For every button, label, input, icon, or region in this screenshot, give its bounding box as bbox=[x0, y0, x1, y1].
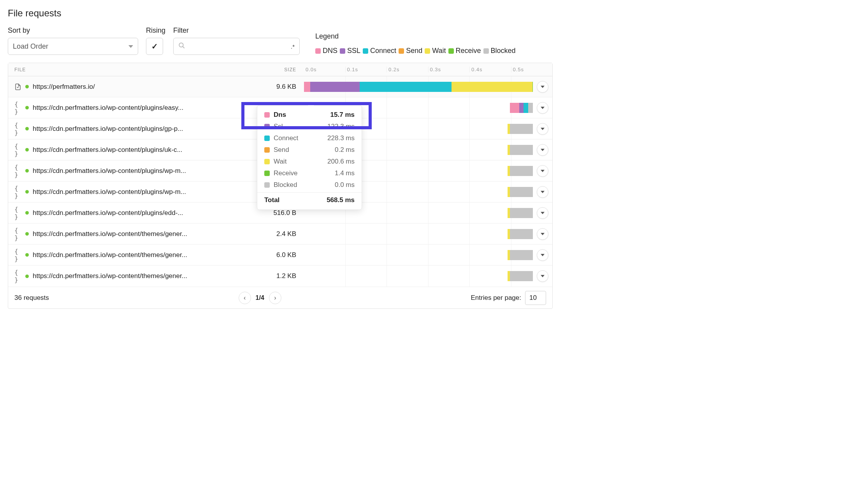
sort-by-value: Load Order bbox=[13, 42, 48, 51]
chevron-down-icon bbox=[541, 191, 545, 193]
legend-swatch bbox=[425, 48, 430, 54]
chevron-down-icon bbox=[541, 86, 545, 88]
column-size[interactable]: SIZE bbox=[211, 67, 304, 72]
status-dot bbox=[25, 232, 29, 236]
table-row[interactable]: { }https://cdn.perfmatters.io/wp-content… bbox=[8, 245, 552, 266]
rising-toggle[interactable]: ✓ bbox=[146, 38, 163, 55]
tooltip-row: Receive1.4 ms bbox=[257, 167, 362, 179]
status-dot bbox=[25, 253, 29, 257]
tooltip-value: 0.2 ms bbox=[335, 146, 355, 154]
waterfall-bar[interactable] bbox=[304, 229, 533, 239]
filter-label: Filter bbox=[173, 26, 300, 35]
chevron-right-icon: › bbox=[274, 294, 276, 301]
table-row[interactable]: https://perfmatters.io/9.6 KB bbox=[8, 76, 552, 97]
waterfall-segment bbox=[510, 103, 519, 113]
expand-row-button[interactable] bbox=[537, 144, 548, 156]
file-url: https://cdn.perfmatters.io/wp-content/pl… bbox=[33, 188, 186, 196]
expand-row-button[interactable] bbox=[537, 81, 548, 93]
svg-line-1 bbox=[183, 46, 184, 48]
tooltip-label: Send bbox=[274, 146, 289, 154]
document-icon bbox=[14, 83, 21, 90]
file-url: https://cdn.perfmatters.io/wp-content/th… bbox=[33, 251, 187, 259]
tooltip-label: Connect bbox=[274, 134, 298, 142]
status-dot bbox=[25, 148, 29, 151]
tooltip-row: Blocked0.0 ms bbox=[257, 179, 362, 191]
tooltip-total-value: 568.5 ms bbox=[327, 196, 355, 204]
tooltip-label: Dns bbox=[274, 111, 286, 119]
legend-swatch bbox=[340, 48, 345, 54]
timeline-tick: 0.5s bbox=[511, 67, 553, 72]
tooltip-value: 0.0 ms bbox=[335, 181, 355, 189]
requests-count: 36 requests bbox=[14, 294, 49, 302]
filter-regex-hint: .* bbox=[291, 43, 295, 50]
chevron-left-icon: ‹ bbox=[244, 294, 246, 301]
tooltip-swatch bbox=[264, 159, 270, 164]
column-file[interactable]: FILE bbox=[8, 67, 211, 72]
file-url: https://perfmatters.io/ bbox=[33, 83, 95, 91]
chevron-down-icon bbox=[541, 233, 545, 235]
status-dot bbox=[25, 275, 29, 278]
tooltip-swatch bbox=[264, 136, 270, 141]
rising-label: Rising bbox=[146, 26, 165, 35]
status-dot bbox=[25, 190, 29, 194]
waterfall-segment bbox=[524, 103, 528, 113]
waterfall-segment bbox=[510, 187, 533, 197]
table-row[interactable]: { }https://cdn.perfmatters.io/wp-content… bbox=[8, 266, 552, 287]
table-row[interactable]: { }https://cdn.perfmatters.io/wp-content… bbox=[8, 224, 552, 245]
tooltip-row: Dns15.7 ms bbox=[257, 106, 362, 121]
expand-row-button[interactable] bbox=[537, 249, 548, 261]
file-url: https://cdn.perfmatters.io/wp-content/th… bbox=[33, 230, 187, 238]
waterfall-bar[interactable] bbox=[304, 82, 533, 92]
svg-point-0 bbox=[179, 43, 183, 47]
check-icon: ✓ bbox=[151, 42, 158, 51]
waterfall-segment bbox=[510, 229, 533, 239]
waterfall-segment bbox=[310, 82, 360, 92]
expand-row-button[interactable] bbox=[537, 102, 548, 114]
search-icon bbox=[178, 42, 185, 51]
status-dot bbox=[25, 211, 29, 215]
braces-icon: { } bbox=[14, 252, 21, 259]
file-url: https://cdn.perfmatters.io/wp-content/pl… bbox=[33, 167, 186, 175]
file-url: https://cdn.perfmatters.io/wp-content/pl… bbox=[33, 104, 183, 112]
tooltip-value: 228.3 ms bbox=[327, 134, 355, 142]
legend-item-connect: Connect bbox=[363, 47, 396, 55]
sort-by-select[interactable]: Load Order bbox=[8, 38, 138, 55]
entries-per-page-input[interactable]: 10 bbox=[525, 291, 546, 305]
expand-row-button[interactable] bbox=[537, 207, 548, 219]
chevron-down-icon bbox=[541, 254, 545, 256]
legend-swatch bbox=[483, 48, 489, 54]
waterfall-bar[interactable] bbox=[304, 271, 533, 281]
tooltip-swatch bbox=[264, 124, 270, 129]
tooltip-label: Wait bbox=[274, 158, 286, 166]
file-size: 1.2 KB bbox=[211, 272, 304, 280]
entries-per-page-label: Entries per page: bbox=[471, 294, 521, 302]
legend-item-send: Send bbox=[399, 47, 422, 55]
file-url: https://cdn.perfmatters.io/wp-content/pl… bbox=[33, 146, 183, 154]
braces-icon: { } bbox=[14, 210, 21, 217]
expand-row-button[interactable] bbox=[537, 228, 548, 240]
expand-row-button[interactable] bbox=[537, 165, 548, 177]
legend-label-text: Connect bbox=[370, 47, 396, 55]
status-dot bbox=[25, 169, 29, 173]
timeline-tick: 0.4s bbox=[469, 67, 511, 72]
waterfall-segment bbox=[304, 82, 310, 92]
next-page-button[interactable]: › bbox=[269, 292, 281, 304]
filter-input[interactable]: .* bbox=[173, 38, 300, 55]
expand-row-button[interactable] bbox=[537, 186, 548, 198]
legend-label-text: SSL bbox=[347, 47, 360, 55]
timeline-tick: 0.0s bbox=[304, 67, 345, 72]
waterfall-bar[interactable] bbox=[304, 250, 533, 260]
tooltip-value: 122.3 ms bbox=[327, 123, 355, 130]
braces-icon: { } bbox=[14, 188, 21, 195]
chevron-down-icon bbox=[541, 275, 545, 277]
legend-label-text: Receive bbox=[456, 47, 481, 55]
prev-page-button[interactable]: ‹ bbox=[239, 292, 251, 304]
expand-row-button[interactable] bbox=[537, 270, 548, 282]
tooltip-row: Connect228.3 ms bbox=[257, 132, 362, 144]
sort-by-label: Sort by bbox=[8, 26, 138, 35]
waterfall-segment bbox=[510, 271, 533, 281]
waterfall-segment bbox=[452, 82, 532, 92]
legend-label-text: Wait bbox=[432, 47, 446, 55]
expand-row-button[interactable] bbox=[537, 123, 548, 135]
braces-icon: { } bbox=[14, 167, 21, 174]
